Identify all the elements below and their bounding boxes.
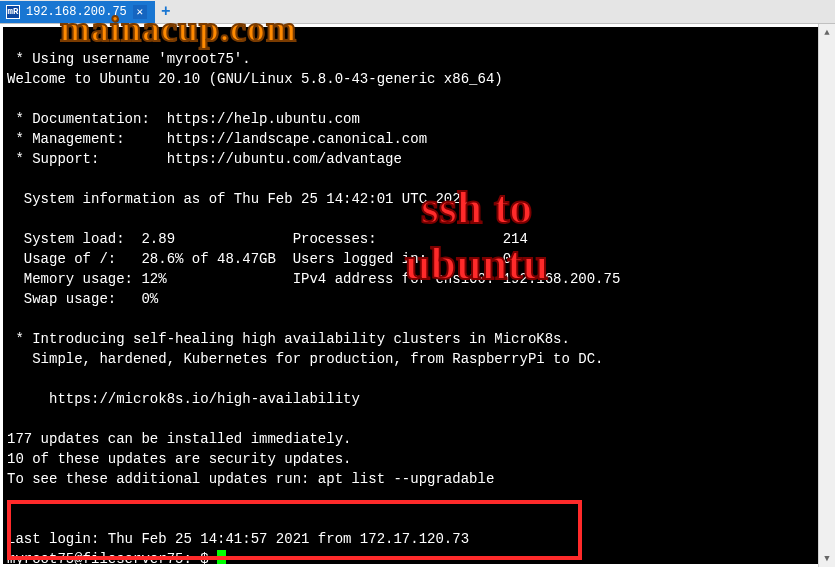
terminal-line: Memory usage: 12% IPv4 address for ens16… (7, 271, 620, 287)
terminal-line: * Support: https://ubuntu.com/advantage (7, 151, 402, 167)
terminal-line: * Using username 'myroot75'. (7, 51, 251, 67)
new-tab-button[interactable]: + (157, 3, 175, 21)
terminal-line: System information as of Thu Feb 25 14:4… (7, 191, 469, 207)
terminal-cursor (217, 550, 226, 564)
terminal-line: Simple, hardened, Kubernetes for product… (7, 351, 604, 367)
terminal-line: * Introducing self-healing high availabi… (7, 331, 570, 347)
scroll-up-icon[interactable]: ▲ (819, 24, 836, 41)
terminal-container: * Using username 'myroot75'. Welcome to … (0, 24, 835, 567)
terminal-line: * Documentation: https://help.ubuntu.com (7, 111, 360, 127)
vertical-scrollbar[interactable]: ▲ ▼ (818, 24, 835, 567)
tab-label: 192.168.200.75 (26, 5, 127, 19)
terminal[interactable]: * Using username 'myroot75'. Welcome to … (3, 27, 832, 564)
close-icon[interactable]: ✕ (133, 5, 147, 19)
terminal-line: * Management: https://landscape.canonica… (7, 131, 427, 147)
terminal-line: Last login: Thu Feb 25 14:41:57 2021 fro… (7, 531, 469, 547)
terminal-line: Welcome to Ubuntu 20.10 (GNU/Linux 5.8.0… (7, 71, 503, 87)
terminal-line: 10 of these updates are security updates… (7, 451, 351, 467)
session-tab[interactable]: mR 192.168.200.75 ✕ (0, 1, 155, 23)
terminal-line: Usage of /: 28.6% of 48.47GB Users logge… (7, 251, 511, 267)
terminal-line: Swap usage: 0% (7, 291, 158, 307)
terminal-line: https://microk8s.io/high-availability (7, 391, 360, 407)
terminal-line: 177 updates can be installed immediately… (7, 431, 351, 447)
tab-bar: mR 192.168.200.75 ✕ + (0, 0, 835, 24)
scroll-down-icon[interactable]: ▼ (819, 550, 836, 567)
tab-app-icon: mR (6, 5, 20, 19)
terminal-line: To see these additional updates run: apt… (7, 471, 494, 487)
terminal-line: System load: 2.89 Processes: 214 (7, 231, 528, 247)
terminal-prompt: myroot75@fileserver75:~$ (7, 551, 217, 564)
